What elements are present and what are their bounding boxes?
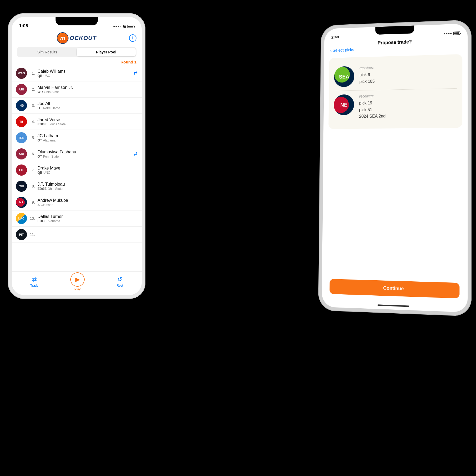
player-meta: EDGEAlabama (38, 219, 138, 223)
table-row[interactable]: CHI 8. J.T. Tuimoloau EDGEOhio State (12, 178, 142, 194)
receives-picks-ne: pick 19pick 512024 SEA 2nd (359, 98, 457, 120)
table-row[interactable]: IND 3. Joe Alt OTNotre Dame (12, 98, 142, 114)
team-badge-ind: IND (16, 100, 27, 111)
player-meta: EDGEFlorida State (38, 122, 138, 126)
player-info: J.T. Tuimoloau EDGEOhio State (38, 182, 138, 191)
nav-reset-label: Rest (117, 284, 123, 287)
battery-icon (453, 31, 460, 35)
logo-m-icon: m (57, 32, 68, 44)
pick-number: 2. (30, 87, 35, 91)
reset-icon: ↺ (117, 276, 122, 283)
phone1-screen: 1:06 ∈ m OCKOUT (12, 17, 142, 295)
nav-trade-label: Trade (30, 284, 38, 287)
table-row[interactable]: WAS 1. Caleb Williams QBUSC ⇄ (12, 65, 142, 81)
signal-icon (113, 26, 121, 27)
player-name: J.T. Tuimoloau (38, 182, 138, 187)
pick-number: 11. (30, 232, 35, 237)
receives-label-ne: receives: (359, 92, 457, 98)
player-info: Caleb Williams QBUSC (38, 69, 131, 78)
play-circle-icon: ▶ (70, 272, 85, 287)
phone2-status-icons (444, 31, 460, 35)
pick-number: 7. (30, 168, 35, 172)
player-name: Andrew Mukuba (38, 198, 138, 203)
player-name: Joe Alt (38, 101, 138, 106)
phone2-screen: 2:49 Propose trade? ‹ Select picks (322, 24, 468, 312)
chevron-left-icon: ‹ (330, 48, 332, 53)
phone1-logo-bar: m OCKOUT i (12, 30, 142, 46)
trade-team-row-sea: SEA receives: pick 9pick 105 (334, 59, 457, 91)
player-info: Jared Verse EDGEFlorida State (38, 117, 138, 126)
team-badge-tb: TB (16, 116, 27, 127)
trade-receives-sea: receives: pick 9pick 105 (359, 63, 457, 85)
phone1-time: 1:06 (19, 23, 28, 29)
pick-number: 5. (30, 136, 35, 140)
player-meta: QBUSC (38, 74, 131, 78)
team-logo-sea: SEA (334, 66, 354, 87)
table-row[interactable]: ARI 2. Marvin Harrison Jr. WROhio State (12, 81, 142, 98)
phone1-notch (56, 17, 98, 25)
pick-number: 6. (30, 152, 35, 156)
battery-icon (127, 25, 134, 28)
table-row[interactable]: TEN 5. JC Latham OTAlabama (12, 130, 142, 146)
table-row[interactable]: ATL 7. Drake Maye QBUNC (12, 162, 142, 178)
home-bar (378, 304, 409, 307)
player-meta: OTPenn State (38, 155, 131, 158)
tab-sim-results[interactable]: Sim Results (18, 48, 77, 56)
receives-label-sea: receives: (359, 63, 457, 70)
phone1: 1:06 ∈ m OCKOUT (8, 13, 145, 299)
player-name: Caleb Williams (38, 69, 131, 74)
trade-team-row-ne: NE receives: pick 19pick 512024 SEA 2nd (334, 88, 457, 124)
tab-player-pool[interactable]: Player Pool (77, 48, 136, 56)
player-meta: SClemson (38, 203, 138, 207)
pick-number: 10. (30, 216, 35, 221)
phone2-time: 2:49 (331, 35, 339, 39)
team-badge-ten: TEN (16, 132, 27, 143)
player-info: Drake Maye QBUNC (38, 166, 138, 175)
player-info: JC Latham OTAlabama (38, 134, 138, 142)
team-badge-lac: LAC (16, 213, 27, 224)
pick-number: 1. (30, 71, 35, 75)
team-badge-ne: NE (16, 197, 27, 208)
trade-icon: ⇄ (32, 276, 37, 283)
table-row[interactable]: ARI 6. Olumuyiwa Fashanu OTPenn State ⇄ (12, 146, 142, 162)
table-row[interactable]: TB 4. Jared Verse EDGEFlorida State (12, 114, 142, 130)
logo-text: OCKOUT (70, 35, 96, 42)
swap-icon[interactable]: ⇄ (134, 151, 138, 157)
player-name: Marvin Harrison Jr. (38, 85, 138, 90)
player-meta: OTAlabama (38, 139, 138, 142)
player-info: Andrew Mukuba SClemson (38, 198, 138, 207)
nav-reset[interactable]: ↺ Rest (117, 276, 123, 287)
swap-icon[interactable]: ⇄ (134, 70, 138, 76)
phone1-bottom-nav: ⇄ Trade ▶ Play ↺ Rest (12, 271, 142, 295)
pick-number: 3. (30, 103, 35, 108)
trade-receives-ne: receives: pick 19pick 512024 SEA 2nd (359, 92, 457, 120)
table-row[interactable]: NE 9. Andrew Mukuba SClemson (12, 194, 142, 210)
player-name: JC Latham (38, 134, 138, 138)
round-label: Round 1 (12, 59, 142, 65)
team-logo-ne: NE (334, 94, 354, 115)
pick-number: 4. (30, 120, 35, 124)
team-badge-was: WAS (16, 68, 27, 79)
player-name: Drake Maye (38, 166, 138, 171)
phone2-notch (375, 25, 414, 35)
player-name: Jared Verse (38, 117, 138, 122)
player-meta: WROhio State (38, 90, 138, 94)
table-row[interactable]: PIT 11. (12, 227, 142, 243)
player-list: WAS 1. Caleb Williams QBUSC ⇄ ARI 2. Mar… (12, 65, 142, 271)
pick-number: 9. (30, 200, 35, 204)
nav-play[interactable]: ▶ Play (70, 272, 85, 291)
team-badge-pit: PIT (16, 229, 27, 240)
player-info: Joe Alt OTNotre Dame (38, 101, 138, 110)
continue-button[interactable]: Continue (329, 279, 459, 299)
back-label: Select picks (333, 48, 354, 53)
signal-icon (444, 33, 451, 34)
nav-trade[interactable]: ⇄ Trade (30, 276, 38, 287)
phone2-home-indicator (322, 299, 468, 312)
player-info: Dallas Turner EDGEAlabama (38, 214, 138, 223)
tab-control: Sim Results Player Pool (17, 47, 136, 57)
team-badge-atl: ATL (16, 164, 27, 176)
player-name: Dallas Turner (38, 214, 138, 219)
table-row[interactable]: LAC 10. Dallas Turner EDGEAlabama (12, 210, 142, 227)
info-button[interactable]: i (129, 34, 136, 42)
player-info: Olumuyiwa Fashanu OTPenn State (38, 150, 131, 158)
